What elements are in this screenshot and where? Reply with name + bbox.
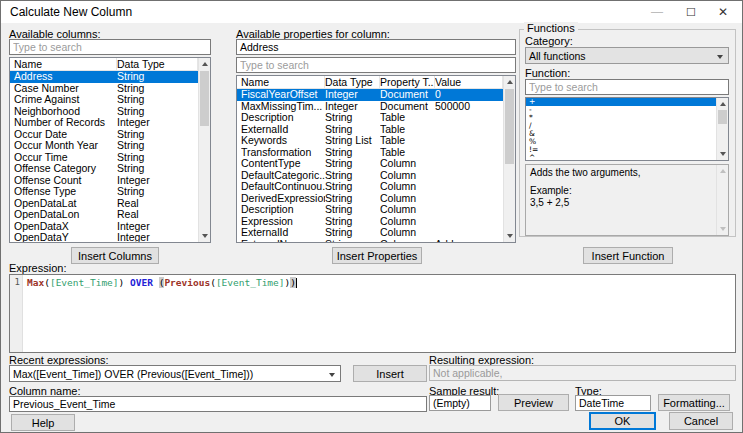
column-row[interactable]: Offense CountInteger (10, 175, 198, 187)
insert-columns-button[interactable]: Insert Columns (71, 247, 159, 264)
expression-editor[interactable]: 1 Max([Event_Time]) OVER (Previous([Even… (9, 274, 736, 353)
expression-token: OVER (130, 277, 153, 288)
columns-list-header[interactable]: Name Data Type (10, 58, 198, 71)
properties-scrollbar[interactable] (503, 76, 515, 242)
chevron-down-icon (717, 55, 723, 59)
function-list-item[interactable]: / (526, 122, 716, 130)
column-row[interactable]: Case NumberString (10, 83, 198, 95)
property-row[interactable]: ExpressionStringColumn (237, 216, 503, 228)
property-column-selector-value: Address (240, 41, 279, 53)
property-row[interactable]: ContentTypeStringColumn (237, 158, 503, 170)
column-row[interactable]: Occur TimeString (10, 152, 198, 164)
function-scrollbar[interactable] (716, 98, 728, 160)
function-list-item[interactable]: * (526, 114, 716, 122)
column-row[interactable]: AddressString (10, 71, 198, 83)
scroll-up-icon[interactable] (717, 98, 728, 110)
category-dropdown-value: All functions (529, 50, 586, 62)
property-row[interactable]: DefaultContinuou...StringColumn (237, 181, 503, 193)
column-row[interactable]: Occur Month YearString (10, 140, 198, 152)
properties-header-name[interactable]: Name (241, 76, 325, 88)
formatting-button[interactable]: Formatting... (658, 394, 730, 411)
ok-button[interactable]: OK (589, 412, 656, 430)
function-list-item[interactable]: % (526, 138, 716, 146)
function-description-box: Adds the two arguments, Example: 3,5 + 2… (525, 164, 729, 236)
expression-token: Previous (164, 277, 210, 288)
column-row[interactable]: Occur DateString (10, 129, 198, 141)
title-bar: Calculate New Column — ☐ ✕ (1, 1, 742, 23)
maximize-icon[interactable]: ☐ (676, 1, 706, 23)
property-column-selector[interactable]: Address (236, 39, 516, 55)
cancel-button[interactable]: Cancel (669, 412, 733, 430)
column-row[interactable]: OpenDataLonReal (10, 209, 198, 221)
property-row[interactable]: KeywordsString ListTable (237, 135, 503, 147)
column-row[interactable]: OpenDataLatReal (10, 198, 198, 210)
line-number: 1 (15, 277, 20, 287)
property-row[interactable]: DescriptionStringTable (237, 112, 503, 124)
function-list-item[interactable]: - (526, 106, 716, 114)
function-list-item[interactable]: + (526, 98, 716, 106)
expression-line[interactable]: Max([Event_Time]) OVER (Previous([Event_… (27, 277, 297, 288)
property-row[interactable]: TransformationStringTable (237, 147, 503, 159)
column-row[interactable]: Crime AgainstString (10, 94, 198, 106)
category-dropdown[interactable]: All functions (525, 47, 729, 64)
column-row[interactable]: OpenDataYInteger (10, 232, 198, 242)
resulting-expression-value: Not applicable, (429, 365, 736, 381)
function-list[interactable]: +-*/&%!=^ (525, 97, 729, 161)
function-list-item[interactable]: & (526, 130, 716, 138)
column-row[interactable]: Offense CategoryString (10, 163, 198, 175)
properties-header-datatype[interactable]: Data Type (325, 76, 380, 88)
column-name-input[interactable] (9, 396, 427, 412)
window-title: Calculate New Column (10, 5, 132, 19)
scroll-up-icon[interactable] (504, 76, 515, 88)
function-list-item[interactable]: ^ (526, 154, 716, 160)
properties-list-body: FiscalYearOffsetIntegerDocument0MaxMissi… (237, 89, 503, 242)
minimize-icon: — (642, 1, 672, 23)
column-row[interactable]: Number of RecordsInteger (10, 117, 198, 129)
properties-header-value[interactable]: Value (435, 76, 503, 88)
text-cursor (296, 278, 297, 288)
scrollbar-thumb[interactable] (718, 110, 727, 124)
scrollbar-thumb[interactable] (200, 71, 209, 126)
property-row[interactable]: DefaultCategoric...StringColumn (237, 170, 503, 182)
available-columns-list[interactable]: Name Data Type AddressStringCase NumberS… (9, 57, 211, 243)
column-row[interactable]: OpenDataXInteger (10, 221, 198, 233)
scroll-down-icon[interactable] (717, 148, 728, 160)
columns-header-name[interactable]: Name (14, 58, 117, 70)
scroll-down-icon[interactable] (199, 230, 210, 242)
close-icon[interactable]: ✕ (708, 1, 738, 23)
columns-scrollbar[interactable] (198, 58, 210, 242)
insert-properties-button[interactable]: Insert Properties (332, 247, 422, 264)
properties-search-input[interactable] (236, 57, 516, 73)
help-button[interactable]: Help (11, 414, 75, 431)
expression-label: Expression: (9, 262, 66, 274)
property-row[interactable]: DerivedExpressionStringColumn (237, 193, 503, 205)
recent-expressions-dropdown[interactable]: Max([Event_Time]) OVER (Previous([Event_… (9, 365, 341, 382)
property-row[interactable]: ExternalIdStringTable (237, 124, 503, 136)
available-properties-list[interactable]: Name Data Type Property T... Value Fisca… (236, 75, 516, 243)
property-row[interactable]: ExternalIdStringColumn (237, 227, 503, 239)
column-row[interactable]: Offense TypeString (10, 186, 198, 198)
type-value: DateTime (575, 395, 651, 411)
expression-token: Max (27, 277, 44, 288)
property-row[interactable]: MaxMissingTim...IntegerDocument500000 (237, 101, 503, 113)
insert-recent-button[interactable]: Insert (353, 365, 427, 382)
function-list-item[interactable]: != (526, 146, 716, 154)
scrollbar-thumb[interactable] (505, 89, 514, 164)
insert-function-button[interactable]: Insert Function (583, 247, 673, 264)
recent-expressions-value: Max([Event_Time]) OVER (Previous([Event_… (13, 368, 253, 380)
scroll-up-icon[interactable] (199, 58, 210, 70)
property-row[interactable]: ExternalNameStringColumnAddress (237, 239, 503, 243)
function-example-label: Example: (530, 185, 714, 197)
scroll-down-icon[interactable] (504, 230, 515, 242)
function-search-input[interactable] (525, 79, 729, 95)
property-row[interactable]: DescriptionStringColumn (237, 204, 503, 216)
functions-group-label: Functions (524, 22, 578, 34)
columns-search-input[interactable] (9, 39, 211, 55)
preview-button[interactable]: Preview (498, 394, 569, 411)
function-label: Function: (525, 67, 570, 79)
column-row[interactable]: NeighborhoodString (10, 106, 198, 118)
columns-header-datatype[interactable]: Data Type (117, 58, 198, 70)
property-row[interactable]: FiscalYearOffsetIntegerDocument0 (237, 89, 503, 101)
properties-list-header[interactable]: Name Data Type Property T... Value (237, 76, 503, 89)
properties-header-propertytype[interactable]: Property T... (380, 76, 435, 88)
